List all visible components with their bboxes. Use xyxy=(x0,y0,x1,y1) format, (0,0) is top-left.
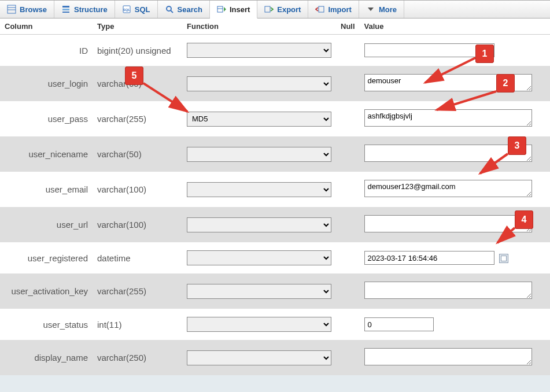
value-input[interactable] xyxy=(364,348,532,365)
column-name: user_login xyxy=(0,66,93,101)
table-row: user_loginvarchar(60) xyxy=(0,66,550,101)
table-row: user_registereddatetime xyxy=(0,242,550,273)
svg-rect-0 xyxy=(8,5,16,13)
bottom-bar xyxy=(0,375,550,392)
insert-icon xyxy=(217,5,226,14)
callout-3: 3 xyxy=(508,136,526,155)
tab-sql[interactable]: SQL SQL xyxy=(115,1,158,18)
column-name: user_activation_key xyxy=(0,273,93,309)
tab-label: Structure xyxy=(74,5,108,14)
column-type: varchar(250) xyxy=(93,340,182,375)
value-cell xyxy=(360,101,550,136)
function-cell xyxy=(182,242,336,273)
table-row: user_nicenamevarchar(50) xyxy=(0,136,550,172)
function-select[interactable] xyxy=(187,43,331,58)
svg-point-8 xyxy=(167,6,171,11)
table-row: user_urlvarchar(100) xyxy=(0,207,550,242)
table-row: user_emailvarchar(100) xyxy=(0,172,550,207)
function-cell xyxy=(182,172,336,207)
table-row: display_namevarchar(250) xyxy=(0,340,550,375)
callout-2: 2 xyxy=(496,74,515,93)
value-cell xyxy=(360,35,550,66)
column-name: user_email xyxy=(0,172,93,207)
tab-label: Import xyxy=(328,5,351,14)
null-cell xyxy=(336,242,360,273)
tab-label: Insert xyxy=(230,5,250,14)
value-input[interactable] xyxy=(364,180,532,197)
structure-icon xyxy=(61,5,71,14)
table-row: user_statusint(11) xyxy=(0,309,550,340)
tab-import[interactable]: Import xyxy=(308,1,359,18)
column-name: display_name xyxy=(0,340,93,375)
tab-structure[interactable]: Structure xyxy=(54,1,115,18)
value-input[interactable] xyxy=(364,282,532,299)
header-type: Type xyxy=(93,19,182,35)
calendar-icon[interactable] xyxy=(499,254,508,263)
value-input[interactable] xyxy=(364,145,532,162)
export-icon xyxy=(264,5,274,14)
function-select[interactable] xyxy=(187,350,331,365)
function-select[interactable] xyxy=(187,182,331,197)
sql-icon: SQL xyxy=(122,5,131,14)
svg-rect-5 xyxy=(62,12,69,13)
function-cell xyxy=(182,66,336,101)
svg-rect-12 xyxy=(265,6,270,12)
value-cell xyxy=(360,340,550,375)
null-cell xyxy=(336,101,360,136)
function-select[interactable] xyxy=(187,284,331,299)
column-type: varchar(100) xyxy=(93,207,182,242)
column-type: int(11) xyxy=(93,309,182,340)
callout-1: 1 xyxy=(475,45,494,63)
tab-label: Export xyxy=(277,5,301,14)
column-name: user_registered xyxy=(0,242,93,273)
function-select[interactable] xyxy=(187,250,331,265)
insert-form-table: Column Type Function Null Value IDbigint… xyxy=(0,19,550,375)
column-type: varchar(255) xyxy=(93,273,182,309)
function-select[interactable]: MD5 xyxy=(187,112,331,127)
null-cell xyxy=(336,273,360,309)
value-input[interactable] xyxy=(364,215,532,232)
function-cell: MD5 xyxy=(182,101,336,136)
null-cell xyxy=(336,340,360,375)
column-type: varchar(100) xyxy=(93,172,182,207)
tab-insert[interactable]: Insert xyxy=(210,1,257,19)
function-select[interactable] xyxy=(187,317,331,332)
null-cell xyxy=(336,136,360,172)
tab-export[interactable]: Export xyxy=(257,1,308,18)
header-value: Value xyxy=(360,19,550,35)
svg-line-9 xyxy=(171,10,173,13)
svg-rect-13 xyxy=(319,6,324,12)
function-select[interactable] xyxy=(187,76,331,91)
value-input[interactable] xyxy=(364,251,494,265)
tab-search[interactable]: Search xyxy=(158,1,210,18)
svg-rect-3 xyxy=(62,6,69,8)
function-select[interactable] xyxy=(187,147,331,162)
tab-more[interactable]: More xyxy=(359,1,404,18)
header-function: Function xyxy=(182,19,336,35)
tabs-bar: Browse Structure SQL SQL Search Insert E… xyxy=(0,0,550,19)
column-type: datetime xyxy=(93,242,182,273)
tab-label: Search xyxy=(178,5,202,14)
value-input[interactable] xyxy=(364,317,434,331)
function-select[interactable] xyxy=(187,217,331,232)
tab-label: SQL xyxy=(135,5,150,14)
null-cell xyxy=(336,309,360,340)
svg-rect-4 xyxy=(62,9,69,10)
column-type: varchar(50) xyxy=(93,136,182,172)
null-cell xyxy=(336,35,360,66)
callout-5: 5 xyxy=(125,66,143,85)
value-cell xyxy=(360,242,550,273)
null-cell xyxy=(336,207,360,242)
column-name: user_nicename xyxy=(0,136,93,172)
callout-4: 4 xyxy=(515,210,533,229)
search-icon xyxy=(165,5,174,14)
value-input[interactable] xyxy=(364,43,494,57)
function-cell xyxy=(182,136,336,172)
value-input[interactable] xyxy=(364,109,532,127)
header-column: Column xyxy=(0,19,93,35)
tab-browse[interactable]: Browse xyxy=(0,1,54,18)
svg-rect-10 xyxy=(217,6,223,12)
function-cell xyxy=(182,340,336,375)
import-icon xyxy=(315,5,324,14)
table-row: user_passvarchar(255)MD5 xyxy=(0,101,550,136)
